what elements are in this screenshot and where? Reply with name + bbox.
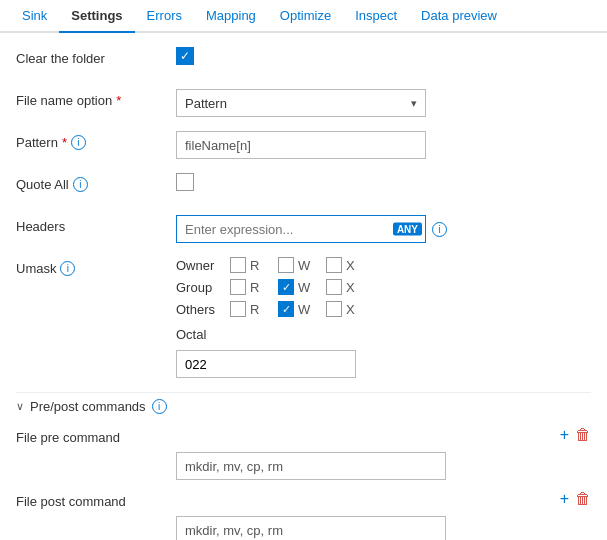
headers-input[interactable] — [176, 215, 426, 243]
umask-row: Umask i Owner R W — [16, 257, 591, 378]
umask-group-w-checkbox[interactable]: ✓ — [278, 279, 294, 295]
clear-folder-row: Clear the folder ✓ — [16, 47, 591, 75]
pre-post-info-icon[interactable]: i — [152, 399, 167, 414]
umask-group-x-label: X — [346, 280, 358, 295]
umask-owner-w-cell: W — [278, 257, 310, 273]
octal-section: Octal — [176, 327, 356, 378]
umask-group-x-checkbox[interactable] — [326, 279, 342, 295]
umask-others-r-checkbox[interactable] — [230, 301, 246, 317]
pattern-required: * — [62, 135, 67, 150]
umask-owner-r-label: R — [250, 258, 262, 273]
headers-control: ANY i — [176, 215, 591, 243]
umask-others-x-label: X — [346, 302, 358, 317]
settings-content: Clear the folder ✓ File name option * Pa… — [0, 33, 607, 540]
file-pre-command-row: File pre command + 🗑 — [16, 426, 591, 480]
clear-folder-control: ✓ — [176, 47, 591, 65]
umask-others-r-cell: R — [230, 301, 262, 317]
file-name-option-value: Pattern — [185, 96, 227, 111]
umask-others-x-cell: X — [326, 301, 358, 317]
file-post-command-controls: + 🗑 — [176, 490, 591, 540]
umask-info-icon[interactable]: i — [60, 261, 75, 276]
file-pre-command-controls: + 🗑 — [176, 426, 591, 480]
headers-row: Headers ANY i — [16, 215, 591, 243]
umask-control: Owner R W X Group — [176, 257, 591, 378]
umask-owner-r-cell: R — [230, 257, 262, 273]
file-post-command-actions: + 🗑 — [176, 490, 591, 508]
headers-info-icon[interactable]: i — [432, 222, 447, 237]
headers-input-wrapper: ANY — [176, 215, 426, 243]
clear-folder-checkbox[interactable]: ✓ — [176, 47, 194, 65]
pre-post-section-label: Pre/post commands — [30, 399, 146, 414]
quote-all-info-icon[interactable]: i — [73, 177, 88, 192]
tab-settings[interactable]: Settings — [59, 0, 134, 31]
umask-group-w-cell: ✓ W — [278, 279, 310, 295]
umask-others-w-cell: ✓ W — [278, 301, 310, 317]
file-name-option-select[interactable]: Pattern ▾ — [176, 89, 426, 117]
umask-others-w-label: W — [298, 302, 310, 317]
tab-sink[interactable]: Sink — [10, 0, 59, 31]
file-pre-command-delete-button[interactable]: 🗑 — [575, 426, 591, 444]
pre-post-section-header[interactable]: ∨ Pre/post commands i — [16, 392, 591, 414]
file-post-command-delete-button[interactable]: 🗑 — [575, 490, 591, 508]
umask-owner-r-checkbox[interactable] — [230, 257, 246, 273]
clear-folder-checkmark: ✓ — [180, 50, 190, 62]
umask-others-r-label: R — [250, 302, 262, 317]
collapse-icon: ∨ — [16, 400, 24, 413]
tab-bar: Sink Settings Errors Mapping Optimize In… — [0, 0, 607, 33]
umask-group-row: Group R ✓ W X — [176, 279, 358, 295]
file-name-option-label: File name option * — [16, 89, 176, 108]
tab-inspect[interactable]: Inspect — [343, 0, 409, 31]
umask-others-x-checkbox[interactable] — [326, 301, 342, 317]
umask-owner-w-checkbox[interactable] — [278, 257, 294, 273]
umask-group-w-checkmark: ✓ — [282, 282, 291, 293]
octal-label: Octal — [176, 327, 356, 342]
umask-owner-w-label: W — [298, 258, 310, 273]
tab-data-preview[interactable]: Data preview — [409, 0, 509, 31]
file-pre-command-add-button[interactable]: + — [560, 426, 569, 444]
file-name-option-row: File name option * Pattern ▾ — [16, 89, 591, 117]
umask-group-r-cell: R — [230, 279, 262, 295]
clear-folder-label: Clear the folder — [16, 47, 176, 66]
file-name-option-required: * — [116, 93, 121, 108]
pattern-label: Pattern * i — [16, 131, 176, 150]
umask-group-x-cell: X — [326, 279, 358, 295]
umask-others-w-checkmark: ✓ — [282, 304, 291, 315]
umask-group-r-label: R — [250, 280, 262, 295]
file-pre-command-input[interactable] — [176, 452, 446, 480]
octal-input[interactable] — [176, 350, 356, 378]
pattern-input[interactable] — [176, 131, 426, 159]
file-post-command-label: File post command — [16, 490, 176, 509]
quote-all-row: Quote All i — [16, 173, 591, 201]
umask-owner-x-label: X — [346, 258, 358, 273]
umask-owner-row: Owner R W X — [176, 257, 358, 273]
chevron-down-icon: ▾ — [411, 97, 417, 110]
quote-all-control — [176, 173, 591, 191]
file-post-command-add-button[interactable]: + — [560, 490, 569, 508]
tab-errors[interactable]: Errors — [135, 0, 194, 31]
pattern-row: Pattern * i — [16, 131, 591, 159]
umask-others-label: Others — [176, 302, 224, 317]
pattern-info-icon[interactable]: i — [71, 135, 86, 150]
quote-all-label: Quote All i — [16, 173, 176, 192]
file-pre-command-actions: + 🗑 — [176, 426, 591, 444]
umask-group-label: Group — [176, 280, 224, 295]
any-badge: ANY — [393, 223, 422, 236]
umask-label: Umask i — [16, 257, 176, 276]
tab-optimize[interactable]: Optimize — [268, 0, 343, 31]
tab-mapping[interactable]: Mapping — [194, 0, 268, 31]
file-pre-command-label: File pre command — [16, 426, 176, 445]
umask-others-w-checkbox[interactable]: ✓ — [278, 301, 294, 317]
quote-all-checkbox[interactable] — [176, 173, 194, 191]
pattern-control — [176, 131, 591, 159]
umask-others-row: Others R ✓ W X — [176, 301, 358, 317]
umask-owner-x-checkbox[interactable] — [326, 257, 342, 273]
file-post-command-input[interactable] — [176, 516, 446, 540]
umask-grid: Owner R W X Group — [176, 257, 358, 317]
file-name-option-control: Pattern ▾ — [176, 89, 591, 117]
file-post-command-row: File post command + 🗑 — [16, 490, 591, 540]
umask-owner-x-cell: X — [326, 257, 358, 273]
umask-group-r-checkbox[interactable] — [230, 279, 246, 295]
umask-owner-label: Owner — [176, 258, 224, 273]
headers-label: Headers — [16, 215, 176, 234]
umask-group-w-label: W — [298, 280, 310, 295]
